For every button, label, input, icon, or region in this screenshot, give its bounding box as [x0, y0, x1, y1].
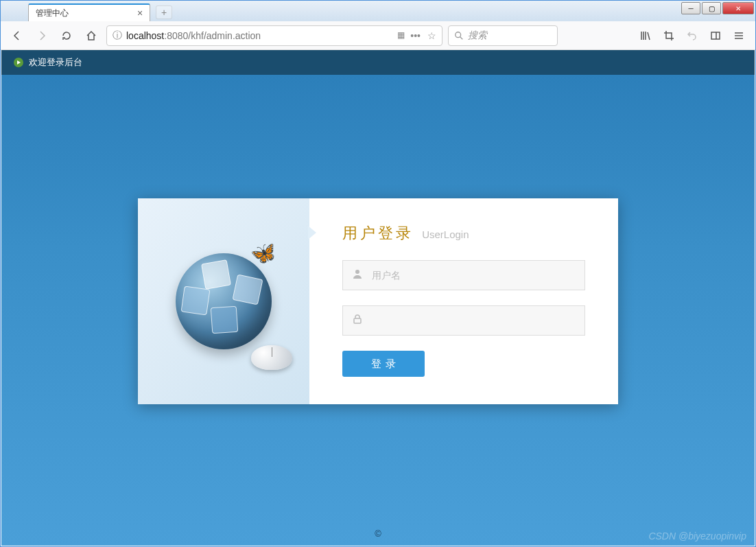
login-illustration: 🦋 — [138, 198, 309, 404]
browser-toolbar: ⓘ localhost:8080/khf/admin.action ▦ ••• … — [1, 21, 755, 50]
reload-icon — [61, 30, 72, 41]
lock-icon — [352, 314, 363, 327]
site-info-icon[interactable]: ⓘ — [113, 30, 122, 42]
crop-icon — [663, 30, 674, 41]
page-footer: © — [1, 528, 755, 539]
page-header: 欢迎登录后台 — [1, 50, 755, 75]
url-text: localhost:8080/khf/admin.action — [126, 30, 261, 41]
login-title: 用户登录 UserLogin — [342, 223, 585, 244]
undo-icon — [687, 30, 698, 41]
library-button[interactable] — [636, 26, 655, 45]
toolbar-right-icons — [636, 26, 748, 45]
browser-tab[interactable]: 管理中心 × — [28, 3, 150, 21]
login-button[interactable]: 登录 — [342, 351, 425, 377]
window-maximize-button[interactable]: ▢ — [702, 2, 721, 14]
mouse-image — [251, 345, 292, 370]
svg-rect-1 — [711, 32, 720, 39]
url-bar[interactable]: ⓘ localhost:8080/khf/admin.action ▦ ••• … — [106, 25, 442, 46]
username-group — [342, 260, 585, 290]
screenshot-button[interactable] — [659, 26, 678, 45]
tab-title: 管理中心 — [36, 8, 69, 19]
window-controls: ─ ▢ ✕ — [681, 2, 754, 14]
window-close-button[interactable]: ✕ — [722, 2, 754, 14]
search-bar[interactable]: 搜索 — [448, 25, 558, 46]
search-icon — [454, 31, 464, 40]
more-icon[interactable]: ••• — [410, 30, 421, 41]
password-input[interactable] — [342, 305, 585, 336]
bookmark-icon[interactable]: ☆ — [427, 30, 436, 41]
login-card: 🦋 用户登录 UserLogin — [138, 198, 618, 404]
user-icon — [352, 268, 363, 282]
username-input[interactable] — [342, 260, 585, 290]
arrow-right-icon — [36, 30, 47, 41]
svg-point-0 — [456, 32, 461, 37]
sidebar-button[interactable] — [706, 26, 725, 45]
arrow-left-icon — [12, 30, 23, 41]
page-header-text: 欢迎登录后台 — [29, 56, 82, 69]
hamburger-icon — [733, 30, 744, 41]
butterfly-icon: 🦋 — [248, 239, 278, 268]
forward-button[interactable] — [32, 26, 51, 45]
window-minimize-button[interactable]: ─ — [681, 2, 700, 14]
login-form: 用户登录 UserLogin 登录 — [309, 198, 618, 404]
page-content: 欢迎登录后台 🦋 用户登录 UserLogin — [1, 50, 755, 546]
qr-icon[interactable]: ▦ — [397, 30, 403, 41]
reload-button[interactable] — [57, 26, 76, 45]
library-icon — [640, 30, 651, 41]
undo-button[interactable] — [683, 26, 702, 45]
menu-button[interactable] — [729, 26, 748, 45]
back-button[interactable] — [8, 26, 27, 45]
search-placeholder: 搜索 — [468, 30, 487, 42]
browser-window: ─ ▢ ✕ 管理中心 × + ⓘ localhost:8080/khf/admi… — [0, 0, 756, 547]
watermark: CSDN @biyezuopinvip — [648, 531, 746, 542]
new-tab-button[interactable]: + — [156, 5, 172, 19]
play-icon — [14, 58, 23, 67]
url-actions: ▦ ••• ☆ — [397, 30, 436, 41]
tab-bar: 管理中心 × + — [1, 1, 755, 21]
sidebar-icon — [710, 30, 721, 41]
svg-point-2 — [355, 270, 359, 274]
tab-close-icon[interactable]: × — [137, 8, 143, 19]
globe-image — [176, 253, 272, 349]
password-group — [342, 305, 585, 336]
home-button[interactable] — [82, 26, 101, 45]
home-icon — [86, 30, 97, 41]
svg-rect-3 — [354, 318, 361, 323]
